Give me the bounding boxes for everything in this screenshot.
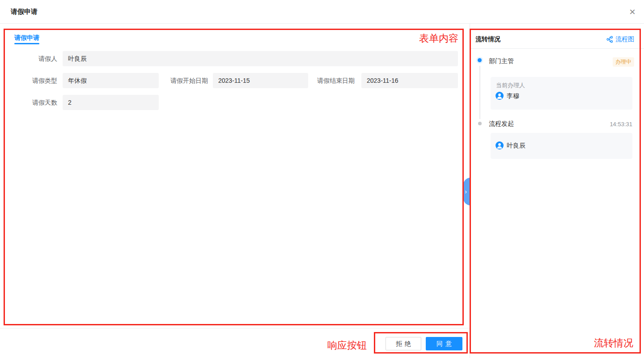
step-title-initiated: 流程发起 [489,120,514,128]
initiator-card: 叶良辰 [491,133,632,159]
tab-leave-application[interactable]: 请假申请 [14,34,39,42]
reject-button[interactable]: 拒绝 [386,337,421,350]
page-title: 请假申请 [11,8,38,16]
flow-panel-divider [470,48,644,49]
field-end-date[interactable]: 2023-11-16 [361,73,458,88]
current-handler-label: 当前办理人 [496,81,525,90]
handler-name: 李穆 [507,92,519,100]
flowchart-link-label: 流程图 [615,35,634,43]
user-avatar-icon [496,92,504,100]
annotation-label-form: 表单内容 [419,32,458,45]
flowchart-link[interactable]: 流程图 [606,35,634,43]
footer-divider [0,328,470,328]
step-title-manager: 部门主管 [489,57,514,65]
user-avatar-icon [496,141,504,149]
field-applicant[interactable]: 叶良辰 [63,51,458,66]
step-timestamp: 14:53:31 [604,121,632,128]
field-leave-type[interactable]: 年休假 [63,73,159,88]
timeline-connector [479,66,480,119]
header-divider [0,23,644,24]
field-label-start-date: 请假开始日期 [159,73,208,88]
field-label-applicant: 请假人 [13,51,57,66]
chevron-right-icon: › [465,188,467,195]
flow-panel-title: 流转情况 [475,35,500,43]
annotation-label-buttons: 响应按钮 [327,339,367,352]
initiator-name: 叶良辰 [507,141,525,149]
timeline-dot-active [478,58,482,62]
annotation-label-flow: 流转情况 [594,337,633,350]
current-handler-card: 当前办理人 李穆 [491,77,632,110]
field-label-leave-days: 请假天数 [13,95,57,110]
field-leave-days[interactable]: 2 [63,95,159,110]
status-badge: 办理中 [613,57,634,67]
field-label-end-date: 请假结束日期 [305,73,355,88]
field-label-leave-type: 请假类型 [13,73,57,88]
approve-button[interactable]: 同意 [426,337,462,350]
close-icon[interactable]: ✕ [627,7,638,17]
tab-active-underline [14,43,39,44]
field-start-date[interactable]: 2023-11-15 [213,73,308,88]
flowchart-icon [606,36,614,43]
timeline-dot-done [478,122,482,125]
panel-collapse-handle[interactable]: › [463,178,470,205]
